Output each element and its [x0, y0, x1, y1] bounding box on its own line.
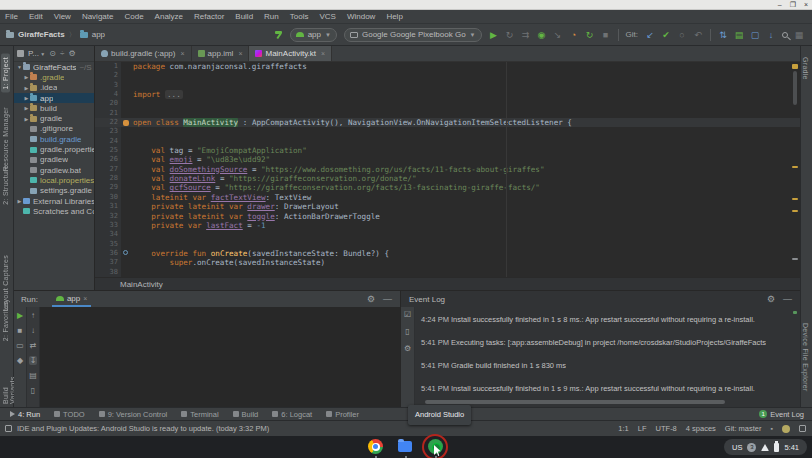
up-icon[interactable]: ↑ — [31, 311, 35, 320]
warning-gutter-icon[interactable] — [123, 120, 129, 126]
menu-refactor[interactable]: Refactor — [194, 12, 224, 21]
code-line-32[interactable]: 32 private lateinit var toggle: ActionBa… — [95, 212, 800, 221]
tree-item-scratches-and-consoles[interactable]: Scratches and Consoles — [14, 206, 94, 216]
tool-stripe-2-favorites[interactable]: 2: Favorites — [1, 298, 10, 344]
tree-item-gradle[interactable]: ▶gradle — [14, 113, 94, 123]
tree-item-app[interactable]: ▶app — [14, 93, 94, 103]
toolwindow-button-event-log[interactable]: 1Event Log — [759, 410, 812, 419]
code-line-36[interactable]: 36 override fun onCreate(savedInstanceSt… — [95, 249, 800, 258]
code-editor[interactable]: 1package com.naranjaconsal.giraffefacts2… — [95, 62, 800, 277]
horizontal-scrollbar[interactable] — [425, 400, 725, 404]
run-configuration-selector[interactable]: app ▼ — [290, 28, 337, 42]
tree-item-local-properties[interactable]: local.properties — [14, 175, 94, 185]
code-line-34[interactable]: 34 — [95, 230, 800, 239]
toolwindow-button-build[interactable]: Build — [233, 410, 259, 419]
update-project-icon[interactable]: ↙ — [645, 29, 655, 41]
run-tab-app[interactable]: app × — [52, 291, 91, 307]
code-line-31[interactable]: 31 private lateinit var drawer: DrawerLa… — [95, 202, 800, 211]
tool-stripe-gradle[interactable]: Gradle — [801, 54, 810, 83]
layout-inspector-icon[interactable]: ▤ — [734, 29, 744, 41]
window-close-icon[interactable]: × — [804, 0, 808, 10]
error-stripe[interactable] — [792, 62, 798, 277]
gradle-sync-icon[interactable]: ⇅ — [718, 29, 728, 41]
status-4-spaces[interactable]: 4 spaces — [686, 424, 716, 433]
tab-close-icon[interactable]: × — [180, 50, 184, 57]
rollback-icon[interactable]: ↶ — [693, 29, 703, 41]
settings-gear-icon[interactable]: ⚙ — [767, 294, 775, 304]
settings-gear-icon[interactable]: ⚙ — [68, 49, 75, 58]
tree-item-gradlew-bat[interactable]: gradlew.bat — [14, 165, 94, 175]
clear-all-icon[interactable]: ▯ — [405, 327, 409, 336]
device-selector[interactable]: Google Google Pixelbook Go ▼ — [344, 28, 482, 42]
tab-close-icon[interactable]: × — [321, 50, 325, 57]
commit-icon[interactable]: ✔ — [661, 29, 671, 41]
tree-item-build[interactable]: ▶build — [14, 103, 94, 113]
tree-item-gitignore[interactable]: .gitignore — [14, 124, 94, 134]
menu-view[interactable]: View — [54, 12, 71, 21]
tree-item-gradle-properties[interactable]: gradle.properties — [14, 144, 94, 154]
code-line-23[interactable]: 23 — [95, 127, 800, 136]
tree-item-giraffefacts[interactable]: ▼GiraffeFacts~/S — [14, 62, 94, 72]
tree-item-idea[interactable]: ▶.idea — [14, 83, 94, 93]
minimize-panel-icon[interactable]: — — [383, 294, 392, 304]
tree-chevron-icon[interactable]: ▶ — [23, 95, 30, 101]
status-utf-8[interactable]: UTF-8 — [656, 424, 677, 433]
debug-icon[interactable]: ◉ — [537, 29, 547, 41]
menu-file[interactable]: File — [5, 12, 18, 21]
sdk-manager-icon[interactable]: ↓ — [766, 29, 776, 41]
menu-navigate[interactable]: Navigate — [82, 12, 114, 21]
scroll-end-icon[interactable]: ↧ — [29, 356, 38, 365]
print-icon[interactable]: ▤ — [29, 371, 37, 380]
minimize-panel-icon[interactable]: — — [783, 294, 792, 304]
toolwindow-button-6-logcat[interactable]: 6: Logcat — [272, 410, 312, 419]
collapse-all-icon[interactable]: ÷ — [60, 49, 64, 58]
code-line-22[interactable]: 22open class MainActivity : AppCompatAct… — [95, 118, 800, 127]
menu-build[interactable]: Build — [235, 12, 253, 21]
toolwindow-button-4-run[interactable]: 4: Run — [10, 410, 40, 419]
breadcrumb-project[interactable]: GiraffeFacts — [18, 30, 65, 39]
apply-code-changes-icon[interactable]: ⇉ — [521, 29, 531, 41]
menu-tools[interactable]: Tools — [290, 12, 309, 21]
status-git-master[interactable]: Git: master — [725, 424, 762, 433]
window-restore-icon[interactable]: ❐ — [790, 0, 796, 10]
project-view-selector[interactable]: P... ▼ — [28, 49, 45, 58]
apply-changes-android-icon[interactable]: ↻ — [585, 29, 595, 41]
select-tasks-icon[interactable]: ☑ — [404, 310, 411, 319]
build-hammer-icon[interactable] — [274, 30, 283, 39]
window-minimize-icon[interactable]: – — [778, 0, 782, 10]
code-line-37[interactable]: 37 super.onCreate(savedInstanceState) — [95, 258, 800, 267]
tree-item-gradlew[interactable]: gradlew — [14, 155, 94, 165]
menu-analyze[interactable]: Analyze — [155, 12, 183, 21]
event-log-entry[interactable]: 5:41 PMExecuting tasks: [:app:assembleDe… — [415, 334, 800, 357]
settings-wrench-icon[interactable]: ⚙ — [404, 344, 411, 353]
profile-icon[interactable]: ◔ — [569, 29, 579, 41]
tab-close-icon[interactable]: × — [238, 50, 242, 57]
event-log-entry[interactable]: 4:24 PMInstall successfully finished in … — [415, 311, 800, 334]
lock-icon[interactable]: ▪ — [771, 425, 773, 432]
chrome-app-icon[interactable] — [368, 439, 384, 455]
code-line-29[interactable]: 29 val gcfSource = "https://giraffeconse… — [95, 183, 800, 192]
breadcrumb-module[interactable]: app — [92, 30, 105, 39]
event-log-entry[interactable]: 5:41 PMGradle build finished in 1 s 830 … — [415, 357, 800, 380]
pin-icon[interactable]: ◆ — [17, 356, 23, 365]
run-icon[interactable]: ▶ — [489, 29, 499, 41]
menu-vcs[interactable]: VCS — [319, 12, 335, 21]
tree-chevron-icon[interactable]: ▶ — [16, 198, 23, 204]
code-line-2[interactable]: 2 — [95, 71, 800, 80]
avd-manager-icon[interactable]: ▢ — [750, 29, 760, 41]
apply-changes-icon[interactable]: ↻ — [505, 29, 515, 41]
tree-item-build-gradle[interactable]: build.gradle — [14, 134, 94, 144]
layout-icon[interactable]: ▭ — [16, 341, 24, 350]
inspections-hector-icon[interactable] — [782, 425, 790, 433]
attach-debugger-icon[interactable]: ↘ — [553, 29, 563, 41]
code-line-27[interactable]: 27 val doSomethingSource = "https://www.… — [95, 165, 800, 174]
tree-item-external-libraries[interactable]: ▶External Libraries — [14, 196, 94, 206]
menu-run[interactable]: Run — [264, 12, 279, 21]
code-line-21[interactable]: 21 — [95, 109, 800, 118]
code-line-20[interactable]: 20 — [95, 99, 800, 108]
tree-chevron-icon[interactable]: ▶ — [23, 105, 30, 111]
soft-wrap-icon[interactable]: ⇄ — [30, 341, 37, 350]
editor-tab-mainactivity-kt[interactable]: MainActivity.kt× — [249, 46, 332, 61]
code-line-4[interactable]: 4import ... — [95, 90, 800, 99]
tree-chevron-icon[interactable]: ▶ — [23, 74, 30, 80]
